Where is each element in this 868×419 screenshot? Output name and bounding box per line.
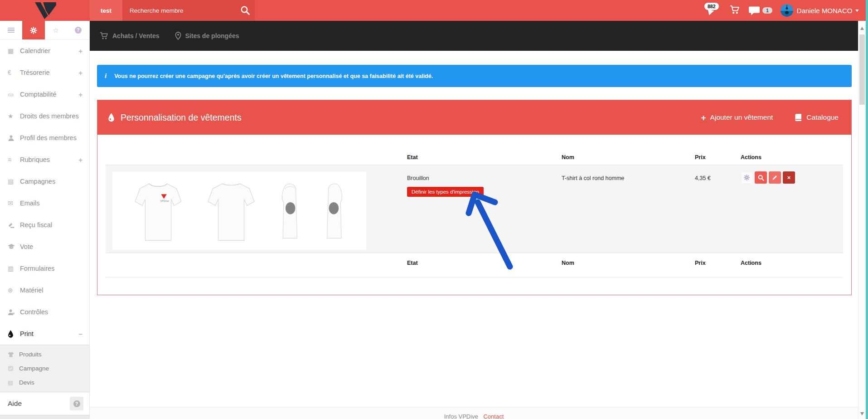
edit-button[interactable] (769, 171, 781, 184)
submenu-item-campagne[interactable]: Campagne (0, 361, 89, 375)
gavel-icon (8, 222, 20, 229)
hamburger-icon (8, 28, 15, 33)
page-footer: Infos VPDive Contact (90, 407, 858, 419)
app-logo[interactable] (32, 1, 58, 21)
status-text: Brouillon (407, 175, 554, 181)
sidebar-item-print[interactable]: Print − (0, 323, 89, 345)
gear-icon (29, 26, 38, 34)
footer-link[interactable]: Contact (483, 413, 504, 419)
garment-name: T-shirt à col rond homme (554, 165, 688, 253)
sidebar-item-rubriques[interactable]: ≡ Rubriques + (0, 149, 89, 171)
col-actions: Actions (733, 154, 843, 161)
sidebar-item-campagnes[interactable]: ▤ Campagnes (0, 171, 89, 192)
cart-icon (100, 32, 108, 40)
expand-plus-icon[interactable]: + (78, 47, 82, 55)
catalogue-button[interactable]: Catalogue (795, 113, 839, 122)
delete-button[interactable]: × (783, 171, 795, 184)
scrollbar-thumb[interactable] (859, 34, 865, 105)
question-icon: ? (73, 400, 80, 407)
secondary-nav: Achats / Ventes Sites de plongées (90, 21, 858, 51)
top-bar: test 882 1 (0, 0, 866, 21)
nav-achats-ventes[interactable]: Achats / Ventes (100, 32, 160, 40)
sidebar-item-controles[interactable]: Contrôles (0, 301, 89, 323)
notification-count-badge: 882 (704, 3, 719, 10)
clothing-panel: Personnalisation de vêtements + Ajouter … (97, 100, 852, 295)
product-images[interactable]: VPDive (112, 172, 366, 250)
person-icon (8, 135, 20, 141)
plus-icon: + (701, 113, 706, 122)
sidebar-item-vote[interactable]: Vote (0, 236, 89, 258)
message-count-badge: 1 (762, 7, 772, 14)
member-search (122, 0, 255, 21)
messages-button[interactable]: 1 (749, 6, 772, 15)
expand-plus-icon[interactable]: + (78, 91, 82, 98)
help-icon: ? (75, 27, 82, 34)
sidebar-item-droits-des-membres[interactable]: ★ Droits des membres (0, 105, 89, 127)
sidebar-item-recu-fiscal[interactable]: Reçu fiscal (0, 214, 89, 236)
banner-text: Vous ne pourrez créer une campagne qu'ap… (114, 73, 433, 79)
search-icon[interactable] (240, 5, 250, 17)
panel-title: Personnalisation de vêtements (121, 112, 242, 123)
notifications-button[interactable]: 882 (703, 2, 724, 19)
sidebar-tabs: ☆ ? (0, 21, 89, 40)
drop-icon (108, 113, 115, 122)
lines-icon: ≡ (8, 156, 20, 163)
search-input[interactable] (122, 7, 231, 14)
sidebar: ☆ ? ▦ Calendrier + € Trésorerie + ▭ Comp… (0, 21, 90, 419)
magnifier-icon (758, 175, 764, 181)
nav-sites-de-plongees[interactable]: Sites de plongées (175, 32, 239, 40)
expand-plus-icon[interactable]: + (78, 69, 82, 77)
chevron-down-icon[interactable] (855, 10, 859, 12)
close-icon: × (787, 174, 791, 181)
banknote-icon: ▭ (8, 91, 20, 98)
table-footer-header: Etat Nom Prix Actions (106, 253, 843, 278)
view-button[interactable] (755, 171, 767, 184)
print-submenu: Produits Campagne ▤ Devis (0, 345, 89, 392)
sidebar-item-profil-des-membres[interactable]: Profil des membres (0, 127, 89, 149)
star-icon: ☆ (53, 26, 58, 34)
speech-bubble-icon (707, 9, 714, 16)
star-icon: ★ (8, 112, 20, 120)
file-icon: ▤ (8, 379, 19, 386)
product-logo-text: VPDive (160, 200, 169, 202)
scroll-down-arrow[interactable] (860, 412, 864, 415)
tab-help[interactable]: ? (67, 21, 89, 39)
sidebar-item-emails[interactable]: ✉ Emails (0, 192, 89, 214)
vertical-scrollbar[interactable] (858, 21, 866, 419)
add-garment-button[interactable]: + Ajouter un vêtement (701, 113, 773, 122)
scroll-up-arrow[interactable] (860, 27, 864, 30)
col-prix: Prix (688, 154, 733, 161)
euro-icon: € (8, 69, 20, 76)
avatar[interactable] (781, 4, 793, 17)
define-print-types-button[interactable]: Définir les types d'impression (407, 187, 484, 197)
sidebar-item-calendrier[interactable]: ▦ Calendrier + (0, 40, 89, 62)
screen-edge-strip (866, 0, 868, 419)
club-tab[interactable]: test (90, 0, 122, 21)
checkbox-icon (8, 365, 19, 371)
tab-settings[interactable] (22, 21, 44, 39)
form-icon: ▥ (8, 265, 20, 272)
garments-table: Etat Nom Prix Actions VPDive (106, 150, 843, 278)
tab-menu[interactable] (0, 21, 22, 39)
sidebar-item-formulaires[interactable]: ▥ Formulaires (0, 258, 89, 279)
settings-button[interactable] (741, 171, 753, 184)
expand-plus-icon[interactable]: + (78, 156, 82, 164)
help-label: Aide (8, 400, 70, 408)
submenu-item-produits[interactable]: Produits (0, 347, 89, 361)
col-etat: Etat (399, 154, 554, 161)
help-button[interactable]: ? (70, 397, 83, 410)
collapse-minus-icon[interactable]: − (78, 330, 82, 338)
tab-favorites[interactable]: ☆ (45, 21, 67, 39)
sidebar-item-comptabilite[interactable]: ▭ Comptabilité + (0, 83, 89, 105)
user-menu[interactable]: Daniele MONACO (797, 7, 853, 15)
submenu-item-devis[interactable]: ▤ Devis (0, 375, 89, 390)
book-icon (795, 113, 802, 122)
gear-icon (743, 174, 750, 181)
sidebar-item-tresorerie[interactable]: € Trésorerie + (0, 62, 89, 83)
cart-icon[interactable] (730, 5, 740, 16)
drop-icon (8, 330, 20, 338)
tshirt-icon (8, 351, 19, 358)
calendar-icon: ▦ (8, 47, 20, 54)
envelope-icon: ✉ (8, 200, 20, 207)
sidebar-item-materiel[interactable]: ⊛ Matériel (0, 279, 89, 301)
